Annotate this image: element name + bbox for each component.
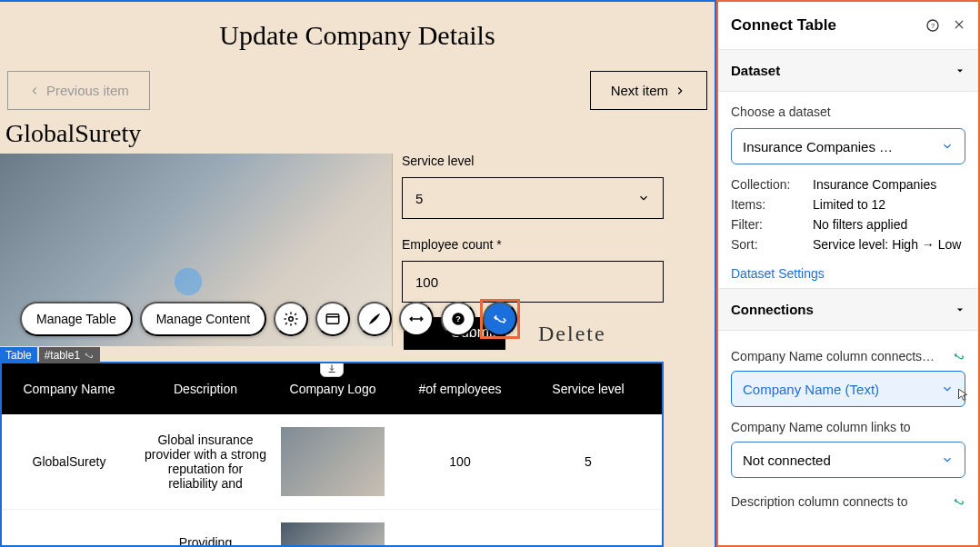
dataset-select[interactable]: Insurance Companies …: [731, 128, 965, 164]
download-icon[interactable]: [320, 362, 344, 377]
choose-dataset-label: Choose a dataset: [731, 104, 965, 119]
connection-label: Company Name column links to: [731, 420, 911, 434]
connection-label: Description column connects to: [731, 494, 908, 509]
column-connects-select[interactable]: Company Name (Text): [731, 371, 965, 407]
svg-text:?: ?: [931, 22, 935, 30]
chevron-down-icon: [637, 192, 650, 204]
element-id-tag: #table1: [39, 347, 100, 363]
help-button[interactable]: ?: [441, 302, 475, 336]
close-icon: [953, 18, 965, 31]
element-type-tag: Table: [0, 347, 37, 363]
chevron-down-icon: [941, 383, 954, 395]
panel-close-button[interactable]: [953, 18, 965, 33]
layout-icon: [325, 311, 341, 327]
help-icon: ?: [450, 311, 466, 327]
connected-icon: [953, 495, 965, 508]
settings-button[interactable]: [274, 302, 308, 336]
help-icon: ?: [925, 18, 940, 33]
connections-section-header[interactable]: Connections: [718, 288, 978, 331]
page-title: Update Company Details: [0, 0, 715, 51]
stretch-button[interactable]: [399, 302, 434, 336]
caret-down-icon: [955, 65, 965, 76]
gear-icon: [283, 311, 299, 327]
company-name-heading: GlobalSurety: [0, 110, 715, 154]
dataset-section-header[interactable]: Dataset: [718, 49, 978, 92]
table-row[interactable]: GlobalSurety Global insurance provider w…: [2, 414, 662, 510]
caret-down-icon: [955, 304, 965, 315]
service-level-value: 5: [415, 191, 423, 206]
connect-table-panel: Connect Table ? Dataset Choose a dataset…: [716, 0, 980, 547]
manage-content-button[interactable]: Manage Content: [140, 302, 267, 336]
stretch-icon: [408, 311, 425, 327]
next-item-button[interactable]: Next item: [590, 71, 707, 110]
logo-thumbnail: [281, 522, 385, 547]
svg-point-0: [289, 317, 294, 322]
editor-canvas: Update Company Details Previous item Nex…: [0, 0, 716, 547]
layout-button[interactable]: [315, 302, 350, 336]
element-tags: Table #table1: [0, 347, 100, 363]
connected-icon: [953, 350, 965, 363]
logo-thumbnail: [281, 427, 385, 496]
connect-icon: [492, 311, 508, 327]
connection-label: Company Name column connects…: [731, 349, 935, 363]
table-row[interactable]: ABC Insurance Providing comprehensive in…: [2, 510, 662, 547]
employee-count-label: Employee count *: [402, 237, 715, 252]
panel-help-button[interactable]: ?: [925, 18, 940, 33]
chevron-right-icon: [674, 85, 686, 97]
table-header: Company Logo: [275, 382, 391, 396]
chevron-down-icon: [941, 140, 954, 153]
table-header: Description: [136, 382, 275, 396]
svg-rect-1: [326, 314, 339, 324]
panel-title: Connect Table: [731, 16, 836, 35]
service-level-label: Service level: [402, 154, 715, 168]
chevron-left-icon: [28, 85, 41, 97]
column-links-select[interactable]: Not connected: [731, 442, 965, 478]
chevron-down-icon: [941, 453, 954, 466]
previous-item-label: Previous item: [46, 83, 129, 98]
table-header: #of employees: [391, 382, 529, 396]
svg-text:?: ?: [455, 314, 461, 323]
previous-item-button[interactable]: Previous item: [7, 71, 150, 110]
element-toolbar: Manage Table Manage Content ?: [20, 302, 517, 336]
service-level-select[interactable]: 5: [402, 177, 664, 219]
employee-count-value: 100: [415, 274, 438, 290]
table-element[interactable]: Company Name Description Company Logo #o…: [0, 362, 664, 547]
connect-data-button[interactable]: [483, 302, 517, 336]
table-header: Service level: [529, 382, 647, 396]
manage-table-button[interactable]: Manage Table: [20, 302, 133, 336]
brush-icon: [366, 311, 383, 327]
delete-button[interactable]: Delete: [538, 322, 606, 346]
employee-count-input[interactable]: 100: [402, 261, 664, 303]
connect-icon: [84, 350, 95, 361]
table-header: Company Name: [2, 382, 136, 396]
design-button[interactable]: [357, 302, 392, 336]
dataset-settings-link[interactable]: Dataset Settings: [731, 266, 825, 281]
next-item-label: Next item: [611, 83, 668, 98]
